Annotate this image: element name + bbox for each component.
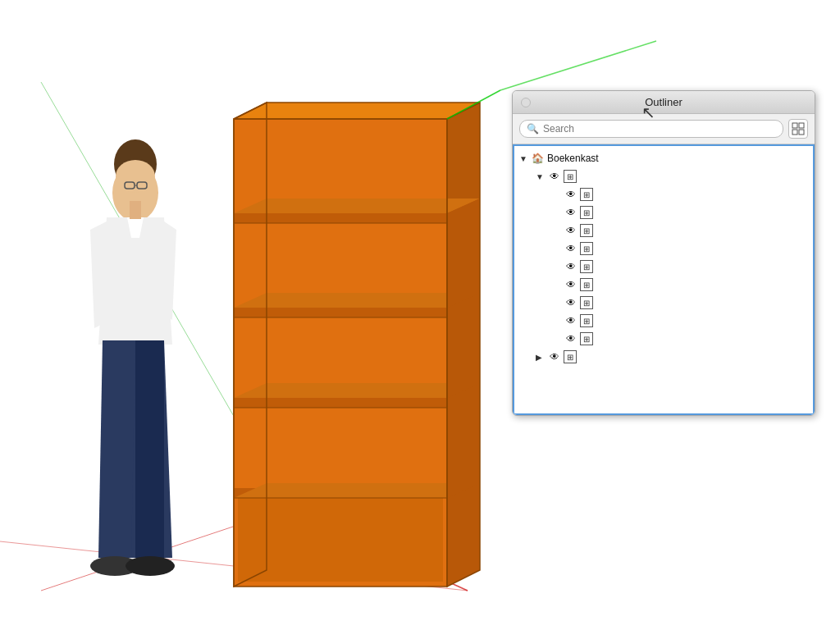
svg-marker-21 xyxy=(447,199,480,308)
component-icon xyxy=(580,296,593,309)
svg-rect-14 xyxy=(234,398,447,408)
outliner-search-bar: 🔍 xyxy=(513,114,815,144)
visibility-icon[interactable]: 👁 xyxy=(564,259,578,274)
filter-icon xyxy=(792,122,805,135)
tree-row[interactable]: 👁 xyxy=(514,294,813,312)
svg-marker-23 xyxy=(447,383,480,498)
svg-rect-51 xyxy=(130,201,141,219)
component-icon xyxy=(580,260,593,273)
tree-row[interactable]: 👁 xyxy=(514,240,813,258)
visibility-icon[interactable]: 👁 xyxy=(547,169,562,184)
tree-row[interactable]: 👁 xyxy=(514,258,813,276)
component-icon xyxy=(580,224,593,237)
component-icon xyxy=(580,332,593,345)
component-icon xyxy=(580,188,593,201)
search-input[interactable] xyxy=(543,123,776,135)
tree-row[interactable]: 👁 xyxy=(514,330,813,348)
component-icon xyxy=(580,314,593,327)
expand-icon[interactable] xyxy=(519,154,531,163)
visibility-icon[interactable]: 👁 xyxy=(564,223,578,238)
expand-icon[interactable] xyxy=(536,353,547,362)
tree-row[interactable]: 👁 xyxy=(514,203,813,221)
component-icon xyxy=(564,170,577,183)
svg-marker-47 xyxy=(98,340,135,558)
visibility-icon[interactable]: 👁 xyxy=(564,241,578,256)
tree-row[interactable]: 👁 xyxy=(514,185,813,203)
search-icon: 🔍 xyxy=(527,123,539,135)
outliner-title: Outliner xyxy=(645,96,682,108)
tree-row[interactable]: 👁 xyxy=(514,276,813,294)
filter-button[interactable] xyxy=(788,119,808,139)
close-button[interactable] xyxy=(521,98,531,107)
component-icon xyxy=(564,350,577,363)
home-icon: 🏠 xyxy=(531,152,544,165)
svg-point-50 xyxy=(126,556,175,576)
search-input-wrapper: 🔍 xyxy=(519,120,783,138)
svg-rect-12 xyxy=(234,213,447,223)
outliner-panel: Outliner 🔍 🏠Boekenkast👁👁👁👁👁👁👁👁👁👁👁 xyxy=(512,90,815,416)
svg-rect-52 xyxy=(792,123,797,128)
svg-rect-13 xyxy=(234,308,447,317)
visibility-icon[interactable]: 👁 xyxy=(564,313,578,328)
visibility-icon[interactable]: 👁 xyxy=(564,205,578,220)
tree-row[interactable]: 👁 xyxy=(514,312,813,330)
visibility-icon[interactable]: 👁 xyxy=(564,295,578,310)
tree-row[interactable]: 👁 xyxy=(514,167,813,185)
svg-marker-24 xyxy=(447,483,480,587)
svg-marker-9 xyxy=(234,103,480,119)
component-icon xyxy=(580,242,593,255)
expand-icon[interactable] xyxy=(536,172,547,181)
visibility-icon[interactable]: 👁 xyxy=(564,331,578,346)
svg-marker-20 xyxy=(234,483,480,498)
outliner-titlebar: Outliner xyxy=(513,91,815,114)
tree-row[interactable]: 🏠Boekenkast xyxy=(514,149,813,167)
component-icon xyxy=(580,206,593,219)
tree-row[interactable]: 👁 xyxy=(514,221,813,240)
component-icon xyxy=(580,278,593,291)
tree-row[interactable]: 👁 xyxy=(514,348,813,366)
svg-marker-22 xyxy=(447,293,480,398)
svg-rect-53 xyxy=(799,123,804,128)
visibility-icon[interactable]: 👁 xyxy=(547,349,562,364)
outliner-content[interactable]: 🏠Boekenkast👁👁👁👁👁👁👁👁👁👁👁 xyxy=(513,144,815,415)
svg-rect-16 xyxy=(238,498,443,582)
svg-rect-55 xyxy=(799,130,804,135)
tree-item-label: Boekenkast xyxy=(547,153,808,164)
svg-marker-19 xyxy=(234,383,480,398)
visibility-icon[interactable]: 👁 xyxy=(564,277,578,292)
svg-marker-48 xyxy=(135,340,164,558)
svg-rect-54 xyxy=(792,130,797,135)
svg-point-37 xyxy=(116,160,155,193)
visibility-icon[interactable]: 👁 xyxy=(564,187,578,202)
svg-marker-17 xyxy=(234,199,480,213)
svg-marker-18 xyxy=(234,293,480,308)
